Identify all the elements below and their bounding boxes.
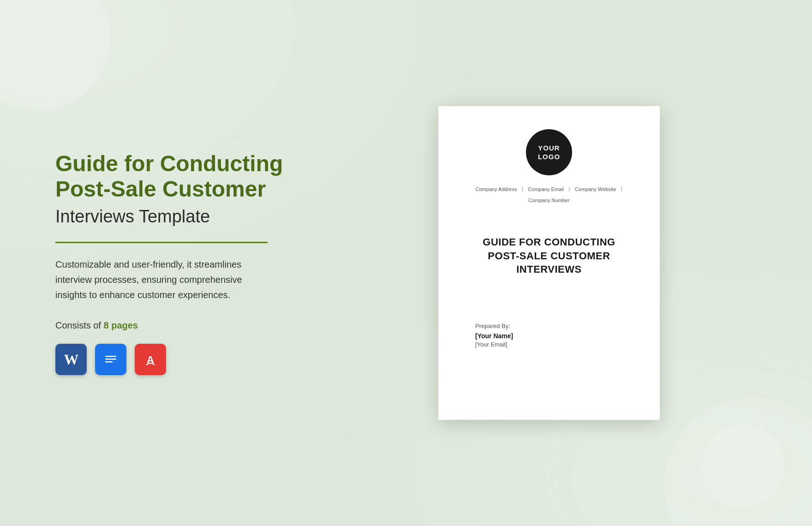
title-divider (55, 242, 268, 243)
title-subtitle: Interviews Template (55, 205, 295, 228)
svg-rect-1 (105, 356, 116, 357)
word-icon-letter: W (64, 351, 78, 368)
description-text: Customizable and user-friendly, it strea… (55, 257, 268, 303)
document-preview: YOUR LOGO Company Address I Company Emai… (438, 106, 660, 420)
pages-prefix: Consists of (55, 320, 103, 330)
main-layout: Guide for Conducting Post-Sale Customer … (0, 0, 812, 526)
logo-line1: YOUR (538, 144, 560, 152)
doc-prepared-section: Prepared By: [Your Name] [Your Email] (461, 323, 637, 348)
docs-icon-svg (102, 349, 119, 370)
word-icon[interactable]: W (55, 344, 87, 375)
pdf-icon[interactable]: A (135, 344, 166, 375)
left-panel: Guide for Conducting Post-Sale Customer … (55, 151, 295, 376)
separator-2: I (568, 185, 570, 193)
docs-icon[interactable] (95, 344, 126, 375)
file-icons-row: W A (55, 344, 295, 375)
doc-main-title: GUIDE FOR CONDUCTINGPOST-SALE CUSTOMERIN… (483, 235, 615, 276)
doc-company-info: Company Address I Company Email I Compan… (461, 185, 637, 203)
company-number: Company Number (528, 197, 569, 203)
right-panel: YOUR LOGO Company Address I Company Emai… (332, 106, 766, 420)
prepared-email: [Your Email] (475, 341, 637, 348)
title-bold-line2: Post-Sale Customer (55, 177, 266, 201)
company-website: Company Website (575, 186, 616, 192)
logo-line2: LOGO (538, 153, 560, 161)
doc-logo: YOUR LOGO (526, 129, 572, 175)
company-email: Company Email (528, 186, 564, 192)
title-bold-line1: Guide for Conducting (55, 151, 283, 176)
doc-logo-text: YOUR LOGO (538, 143, 560, 161)
prepared-name: [Your Name] (475, 332, 637, 340)
svg-rect-3 (105, 361, 113, 363)
svg-rect-2 (105, 359, 116, 360)
pages-info: Consists of 8 pages (55, 320, 295, 331)
company-address: Company Address (476, 186, 517, 192)
prepared-label: Prepared By: (475, 323, 637, 329)
separator-1: I (521, 185, 523, 193)
pages-count: 8 pages (103, 320, 137, 330)
title-line1: Guide for Conducting Post-Sale Customer (55, 151, 295, 202)
pdf-icon-svg: A (142, 349, 159, 370)
separator-3: I (621, 185, 623, 193)
